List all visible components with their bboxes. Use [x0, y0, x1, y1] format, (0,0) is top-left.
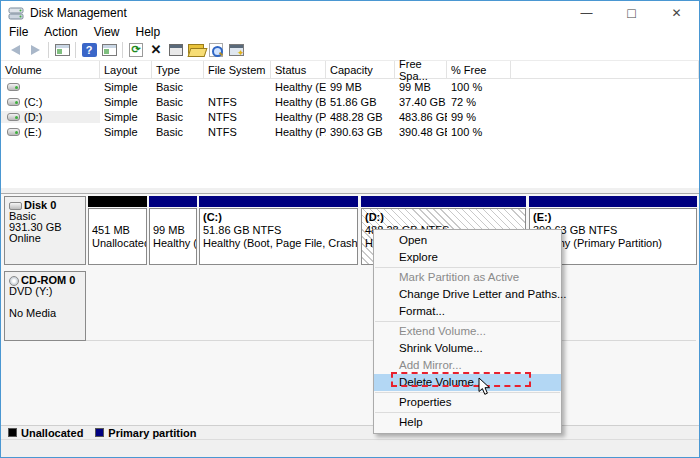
cell-pct-free: 100 %: [447, 126, 511, 138]
menu-separator: [375, 321, 560, 322]
partition-color-strip: [149, 196, 197, 207]
disk0-row: Disk 0 Basic 931.30 GB Online 451 MB Una…: [4, 196, 696, 265]
disk0-label[interactable]: Disk 0 Basic 931.30 GB Online: [4, 196, 86, 265]
menu-file[interactable]: File: [1, 25, 36, 39]
menu-separator: [375, 392, 560, 393]
column-header-type[interactable]: Type: [152, 61, 204, 78]
partition-name: [153, 211, 193, 224]
delete-x-icon: ✕: [151, 42, 162, 57]
delete-volume-label: Delete Volume...: [399, 376, 483, 388]
menu-view[interactable]: View: [86, 25, 128, 39]
table-row[interactable]: Simple Basic Healthy (E... 99 MB 99 MB 1…: [1, 79, 699, 94]
menu-item-open[interactable]: Open: [374, 232, 561, 249]
cell-free: 99 MB: [395, 81, 447, 93]
delete-toolbar-button[interactable]: ✕: [146, 41, 166, 59]
menu-item-help[interactable]: Help: [374, 414, 561, 431]
cell-type: Basic: [152, 96, 204, 108]
table-row-selected[interactable]: (D:) Simple Basic NTFS Healthy (P... 488…: [1, 109, 699, 124]
cell-layout: Simple: [100, 111, 152, 123]
magnifier-icon: [209, 43, 223, 57]
menu-item-shrink-volume[interactable]: Shrink Volume...: [374, 340, 561, 357]
maximize-button[interactable]: □: [609, 1, 654, 24]
disk0-status: Online: [9, 233, 81, 244]
table-row[interactable]: (C:) Simple Basic NTFS Healthy (B... 51.…: [1, 94, 699, 109]
menu-bar: File Action View Help: [1, 24, 699, 39]
column-header-free-space[interactable]: Free Spa...: [395, 61, 447, 78]
partition-name: (D:): [365, 211, 522, 224]
cell-fs: NTFS: [204, 96, 271, 108]
action-pane-icon: [102, 44, 117, 56]
menu-item-explore[interactable]: Explore: [374, 249, 561, 266]
cell-status: Healthy (B...: [271, 96, 326, 108]
menu-item-delete-volume[interactable]: Delete Volume...: [374, 374, 561, 391]
partition-size: 99 MB: [153, 224, 193, 237]
cdrom0-label[interactable]: CD-ROM 0 DVD (Y:) No Media: [4, 271, 86, 341]
column-header-file-system[interactable]: File System: [204, 61, 271, 78]
cell-layout: Simple: [100, 126, 152, 138]
show-action-pane-button[interactable]: [99, 41, 119, 59]
column-header-pct-free[interactable]: % Free: [447, 61, 511, 78]
window-title: Disk Management: [30, 6, 127, 20]
refresh-button[interactable]: ⟳: [126, 41, 146, 59]
column-header-status[interactable]: Status: [271, 61, 326, 78]
partition-color-strip: [529, 196, 697, 207]
title-bar: Disk Management — □ ✕: [1, 1, 699, 24]
cell-free: 390.48 GB: [395, 126, 447, 138]
partition-efi[interactable]: 99 MB Healthy (EFI: [149, 196, 197, 265]
legend-label: Unallocated: [21, 427, 83, 439]
menu-item-properties[interactable]: Properties: [374, 394, 561, 411]
cell-status: Healthy (P...: [271, 126, 326, 138]
column-header-capacity[interactable]: Capacity: [326, 61, 395, 78]
column-header-layout[interactable]: Layout: [100, 61, 152, 78]
open-folder-icon: [188, 44, 204, 55]
snap-in-button[interactable]: [226, 41, 246, 59]
column-header-volume[interactable]: Volume: [1, 61, 100, 78]
cell-capacity: 390.63 GB: [326, 126, 395, 138]
open-button[interactable]: [186, 41, 206, 59]
legend-primary-partition: Primary partition: [95, 427, 196, 439]
back-button[interactable]: [5, 41, 25, 59]
menu-item-add-mirror: Add Mirror...: [374, 357, 561, 374]
partition-c[interactable]: (C:) 51.86 GB NTFS Healthy (Boot, Page F…: [199, 196, 358, 265]
partition-size: 51.86 GB NTFS: [203, 224, 354, 237]
status-bar: [1, 439, 699, 457]
back-arrow-icon: [11, 45, 20, 55]
cell-capacity: 51.86 GB: [326, 96, 395, 108]
cdrom0-media: No Media: [9, 308, 81, 319]
menu-item-format[interactable]: Format...: [374, 303, 561, 320]
context-menu: Open Explore Mark Partition as Active Ch…: [373, 229, 562, 434]
cd-icon: [9, 276, 19, 286]
menu-separator: [375, 267, 560, 268]
properties-button[interactable]: [166, 41, 186, 59]
volume-name: (E:): [24, 126, 42, 138]
menu-help[interactable]: Help: [128, 25, 169, 39]
forward-button[interactable]: [25, 41, 45, 59]
graphical-view-pane: Disk 0 Basic 931.30 GB Online 451 MB Una…: [1, 194, 699, 425]
disk-management-window: Disk Management — □ ✕ File Action View H…: [0, 0, 700, 458]
close-button[interactable]: ✕: [654, 1, 699, 24]
minimize-button[interactable]: —: [564, 1, 609, 24]
cell-pct-free: 72 %: [447, 96, 511, 108]
cell-type: Basic: [152, 81, 204, 93]
partition-color-strip: [88, 196, 147, 207]
volume-name: (C:): [24, 96, 42, 108]
cell-capacity: 488.28 GB: [326, 111, 395, 123]
pane-splitter[interactable]: [1, 187, 699, 194]
volume-list-pane: Volume Layout Type File System Status Ca…: [1, 61, 699, 187]
cell-pct-free: 100 %: [447, 81, 511, 93]
cell-fs: NTFS: [204, 111, 271, 123]
menu-item-change-drive-letter[interactable]: Change Drive Letter and Paths...: [374, 286, 561, 303]
partition-name: (E:): [533, 211, 693, 224]
cell-type: Basic: [152, 126, 204, 138]
partition-unallocated[interactable]: 451 MB Unallocated: [88, 196, 147, 265]
cell-free: 37.40 GB: [395, 96, 447, 108]
find-button[interactable]: [206, 41, 226, 59]
primary-partition-swatch-icon: [95, 428, 104, 437]
cell-capacity: 99 MB: [326, 81, 395, 93]
help-button[interactable]: ?: [79, 41, 99, 59]
partition-name: (C:): [203, 211, 354, 224]
cell-free: 483.86 GB: [395, 111, 447, 123]
table-row[interactable]: (E:) Simple Basic NTFS Healthy (P... 390…: [1, 124, 699, 139]
menu-action[interactable]: Action: [36, 25, 85, 39]
show-console-tree-button[interactable]: [52, 41, 72, 59]
